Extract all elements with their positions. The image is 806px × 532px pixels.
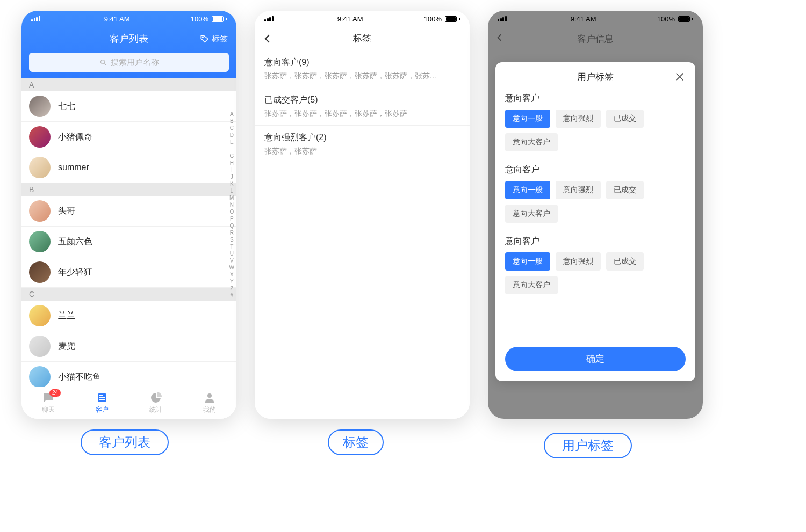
alpha-index[interactable]: ABCDEFGHIJKLMNOPQRSTUVWXYZ# (229, 111, 234, 299)
avatar (29, 96, 51, 117)
contact-row[interactable]: 头哥 (21, 196, 236, 227)
tag-list[interactable]: 意向客户(9) 张苏萨，张苏萨，张苏萨，张苏萨，张苏萨，张苏... 已成交客户(… (255, 50, 470, 419)
customers-icon (96, 391, 109, 404)
caption-pill: 标签 (328, 429, 384, 455)
tag-chip[interactable]: 意向大客户 (505, 276, 558, 294)
close-button[interactable] (674, 71, 686, 83)
tag-section-title: 已成交客户(5) (264, 94, 460, 106)
tag-section[interactable]: 已成交客户(5) 张苏萨，张苏萨，张苏萨，张苏萨，张苏萨 (255, 88, 470, 126)
back-button[interactable] (261, 32, 274, 45)
tab-chat[interactable]: 24 聊天 (21, 387, 75, 419)
signal-icon (498, 16, 507, 21)
tag-chip[interactable]: 已成交 (606, 110, 644, 128)
avatar (29, 336, 51, 357)
contact-row[interactable]: 五颜六色 (21, 227, 236, 257)
battery-percent: 100% (657, 15, 675, 23)
contact-row[interactable]: summer (21, 152, 236, 183)
tag-chip[interactable]: 意向一般 (505, 181, 550, 199)
status-time: 9:41 AM (510, 15, 657, 23)
tag-chip[interactable]: 意向强烈 (556, 110, 601, 128)
battery-icon (212, 16, 227, 22)
section-header: B (21, 183, 236, 196)
tag-chip[interactable]: 意向大客户 (505, 205, 558, 223)
group-title: 意向客户 (505, 236, 686, 247)
tab-stats[interactable]: 统计 (129, 387, 183, 419)
chevron-left-icon (494, 32, 505, 43)
contact-row[interactable]: 兰兰 (21, 301, 236, 331)
confirm-button[interactable]: 确定 (505, 347, 686, 371)
avatar (29, 305, 51, 326)
tag-chip[interactable]: 意向强烈 (556, 181, 601, 199)
svg-point-6 (207, 393, 212, 398)
battery-icon (445, 16, 460, 22)
status-time: 9:41 AM (277, 15, 424, 23)
svg-rect-4 (99, 397, 105, 398)
modal-title: 用户标签 (577, 71, 614, 83)
tag-section-title: 意向强烈客户(2) (264, 132, 460, 143)
tag-section[interactable]: 意向强烈客户(2) 张苏萨，张苏萨 (255, 126, 470, 163)
chevron-left-icon (261, 32, 274, 45)
tag-group: 意向客户 意向一般 意向强烈 已成交 意向大客户 (505, 236, 686, 294)
caption-pill: 用户标签 (544, 433, 632, 458)
close-icon (674, 71, 686, 83)
battery-percent: 100% (424, 15, 442, 23)
phone-user-tags-modal: 9:41 AM 100% 客户信息 用户标签 意向客户 意向一般 意向强烈 已成… (488, 11, 703, 419)
contact-row[interactable]: 麦兜 (21, 331, 236, 362)
back-button[interactable] (494, 32, 505, 45)
stats-icon (149, 391, 162, 404)
contact-row[interactable]: 七七 (21, 91, 236, 122)
contact-row[interactable]: 年少轻狂 (21, 257, 236, 288)
phone-tags: 9:41 AM 100% 标签 意向客户(9) 张苏萨，张苏萨，张苏萨，张苏萨，… (255, 11, 470, 419)
tag-section-members: 张苏萨，张苏萨，张苏萨，张苏萨，张苏萨，张苏... (264, 71, 460, 81)
tag-chip[interactable]: 已成交 (606, 181, 644, 199)
search-input[interactable]: 搜索用户名称 (29, 53, 229, 72)
battery-icon (678, 16, 693, 22)
svg-point-1 (100, 60, 105, 64)
tag-chip[interactable]: 意向一般 (505, 252, 550, 271)
header: 9:41 AM 100% 客户列表 标签 搜索用户名称 (21, 11, 236, 78)
badge: 24 (49, 389, 61, 397)
svg-point-0 (202, 37, 203, 38)
signal-icon (31, 16, 40, 21)
tags-modal: 用户标签 意向客户 意向一般 意向强烈 已成交 意向大客户 意向客户 意向一般 … (495, 62, 695, 381)
avatar (29, 261, 51, 283)
tag-chip[interactable]: 意向强烈 (556, 252, 601, 271)
signal-icon (264, 16, 274, 21)
tag-chip[interactable]: 已成交 (606, 252, 644, 271)
tag-group: 意向客户 意向一般 意向强烈 已成交 意向大客户 (505, 164, 686, 223)
contact-list[interactable]: A 七七 小猪佩奇 summer B 头哥 五颜六色 年少轻狂 C 兰兰 麦兜 … (21, 78, 236, 387)
modal-header: 用户标签 (505, 71, 686, 83)
status-bar: 9:41 AM 100% (255, 11, 470, 27)
header: 9:41 AM 100% 标签 (255, 11, 470, 50)
tag-chip[interactable]: 意向一般 (505, 110, 550, 128)
tag-section-members: 张苏萨，张苏萨 (264, 147, 460, 156)
tag-chip[interactable]: 意向大客户 (505, 133, 558, 151)
battery-percent: 100% (191, 15, 208, 23)
section-header: A (21, 78, 236, 91)
svg-rect-5 (99, 399, 105, 400)
contact-row[interactable]: 小猫不吃鱼 (21, 362, 236, 387)
group-title: 意向客户 (505, 164, 686, 176)
tags-button[interactable]: 标签 (200, 34, 228, 44)
avatar (29, 200, 51, 222)
page-title: 客户列表 (110, 32, 148, 45)
search-icon (99, 59, 107, 67)
status-bar: 9:41 AM 100% (21, 11, 236, 27)
tab-customers[interactable]: 客户 (75, 387, 129, 419)
page-title: 客户信息 (577, 33, 614, 45)
contact-row[interactable]: 小猪佩奇 (21, 122, 236, 152)
section-header: C (21, 288, 236, 301)
svg-rect-3 (99, 395, 103, 396)
status-time: 9:41 AM (44, 15, 191, 23)
tag-section[interactable]: 意向客户(9) 张苏萨，张苏萨，张苏萨，张苏萨，张苏萨，张苏... (255, 50, 470, 88)
tag-section-members: 张苏萨，张苏萨，张苏萨，张苏萨，张苏萨 (264, 109, 460, 119)
tag-group: 意向客户 意向一般 意向强烈 已成交 意向大客户 (505, 93, 686, 151)
page-title: 标签 (353, 32, 371, 45)
nav-bar: 客户信息 (488, 27, 703, 50)
tab-mine[interactable]: 我的 (183, 387, 236, 419)
phone-customer-list: 9:41 AM 100% 客户列表 标签 搜索用户名称 A 七七 小猪佩奇 su… (21, 11, 236, 419)
avatar (29, 366, 51, 387)
status-bar: 9:41 AM 100% (488, 11, 703, 27)
group-title: 意向客户 (505, 93, 686, 104)
nav-bar: 标签 (255, 27, 470, 50)
